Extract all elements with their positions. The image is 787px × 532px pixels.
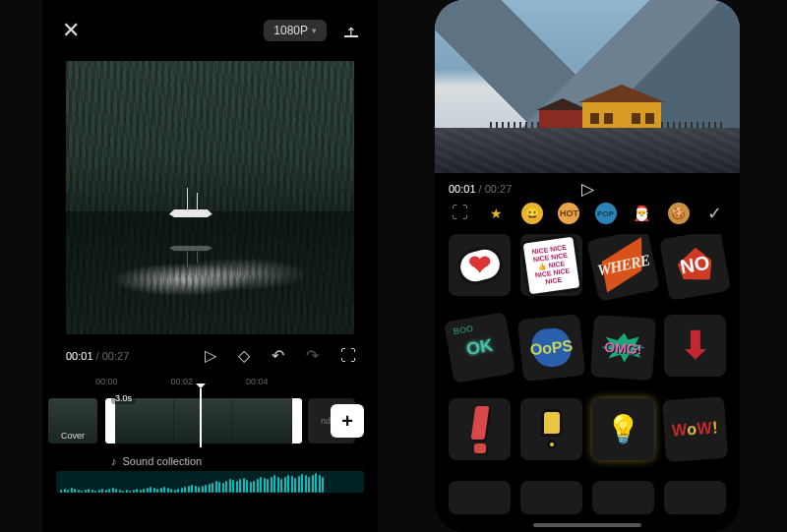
category-pop-tab[interactable]: POP	[595, 203, 617, 224]
sound-label: Sound collection	[123, 455, 203, 467]
category-holiday-icon[interactable]: 🎅	[632, 203, 653, 224]
clip-handle-right[interactable]	[292, 398, 302, 443]
playhead[interactable]	[200, 388, 202, 447]
timeline-ruler: 00:00 00:02 00:04	[42, 371, 378, 388]
sticker-lightbulb[interactable]: 💡	[592, 398, 654, 460]
sticker-shape	[541, 409, 563, 449]
play-icon[interactable]: ▷	[581, 179, 594, 200]
resolution-label: 1080P	[273, 24, 308, 37]
sticker-wow[interactable]: WoW!	[662, 396, 728, 462]
clip-duration-badge: 3.0s	[111, 392, 136, 404]
sticker-exclamation[interactable]	[449, 398, 511, 460]
fullscreen-icon[interactable]: ⛶	[340, 347, 354, 365]
sticker-oops[interactable]: OoPS	[517, 313, 585, 381]
time-current: 00:01	[449, 183, 476, 195]
clip-frame[interactable]	[174, 398, 233, 443]
preview-area[interactable]	[66, 61, 354, 334]
preview-red-cabin-graphic	[539, 98, 586, 132]
preview-boat-graphic	[163, 192, 222, 231]
clip-frame[interactable]	[233, 398, 292, 443]
time-total: 00:27	[485, 183, 513, 195]
editor-screen: ✕ 1080P ↥ 00:01 / 00:27 ▷ ◇ ↶ ↷	[42, 0, 378, 532]
sticker-ok[interactable]: OK	[444, 312, 515, 384]
sticker-partial[interactable]	[449, 481, 511, 514]
plus-icon: +	[341, 410, 353, 433]
sticker-heart[interactable]: ❤	[449, 234, 511, 296]
sticker-category-tabs: ⛶ ★ 😀 HOT POP 🎅 🍪 ✓	[435, 203, 740, 234]
sticker-omg[interactable]: OMG!	[590, 314, 656, 380]
sound-track-row[interactable]: ♪ Sound collection	[42, 449, 378, 471]
sticker-arrow-down[interactable]: ⬇	[664, 315, 726, 377]
confirm-icon[interactable]: ✓	[704, 203, 726, 224]
clip-handle-left[interactable]	[105, 398, 115, 443]
add-clip-button[interactable]: +	[331, 404, 364, 438]
sticker-glyph: ❤	[468, 249, 491, 281]
ruler-tick: 00:00	[95, 377, 118, 386]
play-icon[interactable]: ▷	[205, 346, 216, 365]
close-icon[interactable]: ✕	[62, 18, 80, 43]
sticker-where[interactable]: WHERE	[586, 234, 660, 302]
preview-reflection-graphic	[163, 236, 222, 264]
category-add-image-icon[interactable]: ⛶	[449, 203, 470, 224]
home-indicator[interactable]	[533, 523, 641, 527]
sticker-question[interactable]	[520, 398, 582, 460]
sticker-picker-screen: 00:01 / 00:27 ▷ ⛶ ★ 😀 HOT POP 🎅 🍪 ✓ ❤ NI…	[435, 0, 740, 532]
resolution-dropdown[interactable]: 1080P	[264, 20, 327, 41]
ruler-tick: 00:04	[246, 377, 269, 386]
redo-icon[interactable]: ↷	[306, 346, 319, 365]
sticker-text: OoPS	[529, 336, 574, 358]
sticker-text: OK	[464, 334, 494, 359]
transport-bar: 00:01 / 00:27 ▷	[435, 173, 740, 203]
preview-ground-graphic	[435, 128, 740, 173]
sticker-no[interactable]: NO	[659, 234, 731, 301]
sticker-text: WoW!	[671, 419, 718, 440]
category-emoji-icon[interactable]: 😀	[521, 203, 543, 224]
top-bar: ✕ 1080P ↥	[42, 0, 378, 51]
time-display: 00:01 / 00:27	[66, 350, 129, 362]
sticker-shape	[473, 406, 487, 453]
sticker-glyph: 💡	[606, 413, 640, 445]
top-bar-right: 1080P ↥	[264, 20, 358, 41]
sticker-partial[interactable]	[664, 481, 726, 514]
time-display: 00:01 / 00:27	[449, 183, 512, 195]
preview-area[interactable]	[435, 0, 740, 173]
sticker-partial[interactable]	[520, 481, 582, 514]
timeline[interactable]: Cover 3.0s nding +	[42, 392, 378, 449]
keyframe-icon[interactable]: ◇	[238, 346, 250, 365]
category-food-icon[interactable]: 🍪	[668, 203, 690, 224]
category-hot-tab[interactable]: HOT	[558, 203, 579, 224]
music-note-icon: ♪	[111, 455, 117, 467]
sticker-partial[interactable]	[592, 481, 654, 514]
audio-waveform[interactable]	[56, 471, 364, 493]
undo-icon[interactable]: ↶	[272, 346, 284, 365]
sticker-nice[interactable]: NICE NICE NICE NICE 👍 NICE NICE NICE NIC…	[520, 234, 582, 296]
export-icon[interactable]: ↥	[344, 25, 358, 37]
sticker-text: NICE NICE NICE NICE 👍 NICE NICE NICE NIC…	[523, 236, 580, 294]
time-total: 00:27	[102, 350, 130, 362]
sticker-text: NO	[679, 252, 712, 279]
transport-icons: ▷ ◇ ↶ ↷ ⛶	[205, 346, 354, 365]
cover-thumb[interactable]: Cover	[48, 398, 97, 443]
transport-bar: 00:01 / 00:27 ▷ ◇ ↶ ↷ ⛶	[42, 340, 378, 371]
sticker-text: WHERE	[595, 251, 650, 279]
sticker-grid: ❤ NICE NICE NICE NICE 👍 NICE NICE NICE N…	[435, 234, 740, 532]
sticker-glyph: ⬇	[680, 324, 711, 367]
sticker-text: OMG!	[604, 338, 642, 357]
preview-yellow-cabin-graphic	[582, 85, 661, 132]
clip-selected[interactable]	[105, 398, 302, 443]
category-favorites-icon[interactable]: ★	[485, 203, 507, 224]
time-current: 00:01	[66, 350, 93, 362]
cover-label: Cover	[61, 431, 85, 441]
ruler-tick: 00:02	[171, 377, 194, 386]
clip-frame[interactable]	[115, 398, 174, 443]
